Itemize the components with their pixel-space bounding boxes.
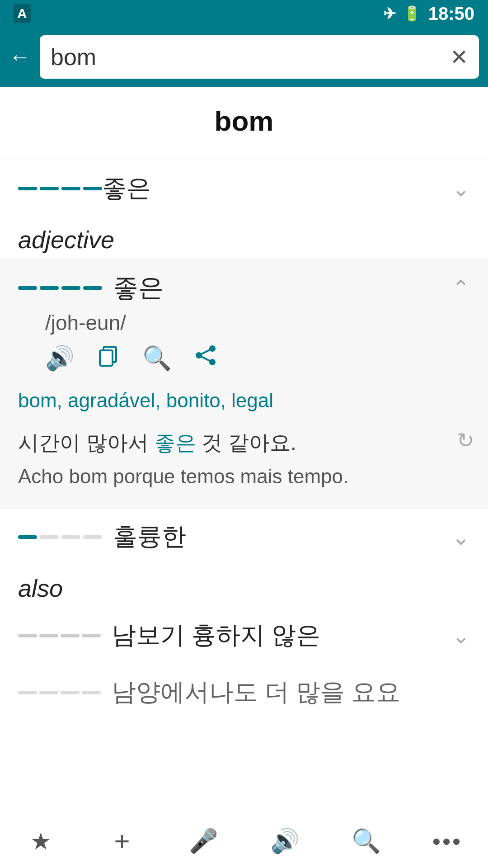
- share-button[interactable]: [194, 344, 217, 372]
- phonetic: /joh-eun/: [0, 311, 488, 335]
- chevron-down-button-1[interactable]: ⌄: [452, 176, 470, 201]
- search-input[interactable]: [51, 43, 450, 71]
- translation-korean-3: 남보기 흉하지 않은: [112, 619, 452, 652]
- add-icon: +: [114, 828, 130, 855]
- example-section: 시간이 많아서 좋은 것 같아요. ↻: [0, 424, 488, 460]
- nav-add[interactable]: +: [81, 814, 163, 868]
- search-icon: 🔍: [352, 827, 381, 855]
- search-bar: ← ✕: [0, 27, 488, 87]
- pos-label-adjective: adjective: [0, 217, 488, 258]
- airplane-icon: ✈: [383, 5, 396, 23]
- copy-button[interactable]: [97, 344, 120, 372]
- nav-microphone[interactable]: 🎤: [163, 814, 244, 868]
- expanded-block: 좋은 ⌃ /joh-eun/ 🔊 🔍: [0, 258, 488, 508]
- translation-row-joheun-1[interactable]: 좋은 ⌄: [0, 160, 488, 217]
- pos-label-also: also: [0, 565, 488, 607]
- bottom-nav: ★ + 🎤 🔊 🔍 •••: [0, 814, 488, 868]
- level-indicator-partial: [18, 691, 101, 694]
- search-input-wrapper: ✕: [40, 35, 479, 79]
- battery-icon: 🔋: [403, 5, 421, 22]
- expanded-row: 좋은 ⌃: [0, 258, 488, 311]
- nav-more[interactable]: •••: [407, 814, 488, 868]
- level-indicator-1: [18, 535, 102, 539]
- translation-korean-2: 훌륭한: [113, 520, 452, 553]
- chevron-down-button-2[interactable]: ⌄: [452, 524, 470, 550]
- volume-icon: 🔊: [270, 827, 300, 855]
- refresh-example-button[interactable]: ↻: [457, 424, 488, 453]
- audio-button[interactable]: 🔊: [45, 344, 75, 372]
- partial-row: 남양에서나도 더 많을 요요: [0, 664, 488, 704]
- example-korean-end: 것 같아요.: [196, 431, 296, 454]
- svg-line-5: [199, 349, 212, 355]
- chevron-up-button[interactable]: ⌃: [452, 275, 470, 301]
- back-button[interactable]: ←: [9, 46, 31, 68]
- example-korean-text: 시간이 많아서: [18, 431, 155, 454]
- clock: 18:50: [428, 4, 474, 24]
- example-korean-highlight: 좋은: [155, 431, 196, 454]
- app-icon: A: [14, 4, 31, 23]
- translation-korean-4: 남양에서나도 더 많을 요요: [112, 676, 470, 704]
- svg-rect-1: [100, 350, 113, 366]
- level-indicator-4: [18, 187, 102, 190]
- example-portuguese: Acho bom porque temos mais tempo.: [0, 460, 488, 508]
- word-heading: bom: [0, 87, 488, 160]
- star-icon: ★: [30, 828, 52, 855]
- clear-button[interactable]: ✕: [450, 44, 468, 70]
- main-content: bom 좋은 ⌄ adjective 좋은 ⌃ /joh-eun/ 🔊: [0, 87, 488, 704]
- status-right: ✈ 🔋 18:50: [383, 4, 474, 24]
- nav-favorites[interactable]: ★: [0, 814, 81, 868]
- microphone-icon: 🎤: [189, 827, 218, 855]
- level-indicator-expanded: [18, 286, 102, 290]
- svg-line-6: [199, 355, 212, 362]
- status-left: A: [14, 4, 31, 23]
- translation-korean-1: 좋은: [102, 172, 452, 205]
- more-icon: •••: [432, 828, 463, 855]
- example-korean: 시간이 많아서 좋은 것 같아요.: [0, 424, 457, 460]
- nav-audio[interactable]: 🔊: [244, 814, 325, 868]
- translation-row-hullyunghan[interactable]: 훌륭한 ⌄: [0, 508, 488, 565]
- level-indicator-gray: [18, 634, 101, 637]
- synonyms: bom, agradável, bonito, legal: [0, 385, 488, 424]
- nav-search[interactable]: 🔍: [325, 814, 407, 868]
- action-icons-row: 🔊 🔍: [0, 335, 488, 385]
- translation-row-nambo[interactable]: 남보기 흉하지 않은 ⌄: [0, 607, 488, 664]
- expanded-korean: 좋은: [113, 271, 452, 305]
- status-bar: A ✈ 🔋 18:50: [0, 0, 488, 27]
- search-button[interactable]: 🔍: [142, 344, 172, 372]
- chevron-down-button-3[interactable]: ⌄: [452, 623, 470, 648]
